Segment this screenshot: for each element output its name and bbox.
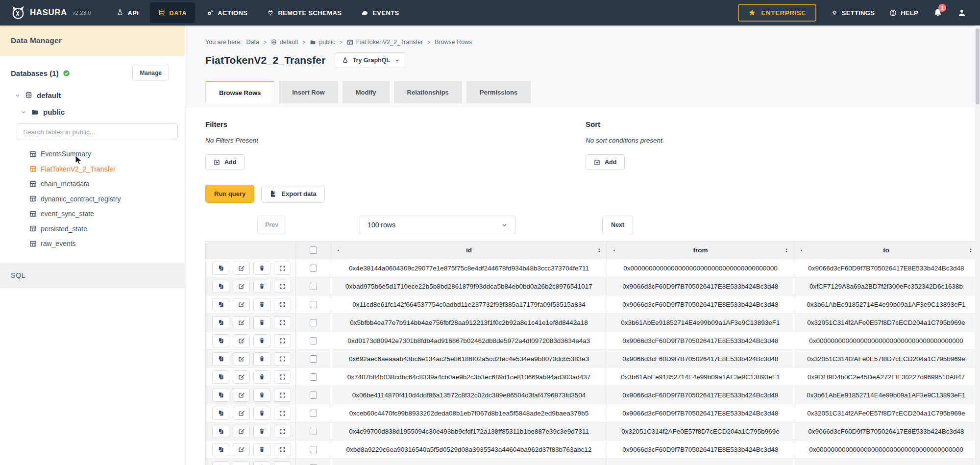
row-checkbox[interactable]: [310, 446, 317, 453]
tab-insert-row[interactable]: Insert Row: [279, 81, 338, 103]
select-all-checkbox[interactable]: [310, 246, 317, 254]
chevron-down-icon[interactable]: [15, 93, 21, 98]
prev-page-button[interactable]: Prev: [257, 216, 286, 234]
chevron-down-icon[interactable]: [21, 109, 26, 115]
sidebar-table-eventssummary[interactable]: EventsSummary: [29, 147, 185, 162]
tree-item-default-database[interactable]: default: [0, 91, 185, 99]
delete-row-button[interactable]: [253, 298, 270, 311]
clone-row-button[interactable]: [212, 352, 229, 366]
settings-button[interactable]: SETTINGS: [831, 9, 875, 17]
expand-row-button[interactable]: [274, 461, 291, 465]
delete-row-button[interactable]: [253, 334, 270, 347]
breadcrumb-default[interactable]: default: [271, 39, 298, 46]
clone-row-button[interactable]: [212, 316, 229, 329]
expand-row-button[interactable]: [274, 280, 291, 293]
sidebar-table-chain-metadata[interactable]: chain_metadata: [29, 176, 185, 192]
help-button[interactable]: HELP: [889, 9, 918, 17]
breadcrumb-table[interactable]: FiatTokenV2_2_Transfer: [347, 39, 423, 46]
nav-item-actions[interactable]: ACTIONS: [198, 2, 256, 23]
nav-item-api[interactable]: API: [108, 2, 147, 23]
tab-browse-rows[interactable]: Browse Rows: [205, 81, 274, 103]
nav-item-data[interactable]: DATA: [150, 2, 195, 23]
add-sort-button[interactable]: Add: [586, 154, 625, 170]
expand-row-button[interactable]: [274, 389, 291, 402]
expand-row-button[interactable]: [274, 262, 291, 275]
edit-row-button[interactable]: [233, 298, 250, 311]
notifications-button[interactable]: 1: [933, 8, 943, 18]
delete-row-button[interactable]: [253, 425, 270, 438]
sidebar-sql-section[interactable]: SQL: [0, 263, 185, 288]
expand-row-button[interactable]: [274, 407, 291, 420]
breadcrumb-data[interactable]: Data: [246, 39, 259, 46]
sort-icon[interactable]: [784, 247, 789, 254]
clone-row-button[interactable]: [212, 370, 229, 384]
rows-per-page-select[interactable]: 100 rows: [360, 216, 515, 234]
delete-row-button[interactable]: [253, 316, 270, 329]
brand[interactable]: HASURA v2.23.0: [0, 5, 98, 20]
edit-row-button[interactable]: [233, 334, 250, 347]
sort-icon[interactable]: [968, 247, 974, 254]
manage-button[interactable]: Manage: [132, 66, 169, 80]
row-checkbox[interactable]: [310, 355, 317, 363]
column-header-from[interactable]: from: [607, 242, 794, 259]
table-search-input[interactable]: [17, 123, 178, 140]
row-checkbox[interactable]: [310, 319, 317, 326]
edit-row-button[interactable]: [233, 461, 250, 465]
row-checkbox[interactable]: [310, 410, 317, 417]
clone-row-button[interactable]: [212, 443, 229, 456]
delete-row-button[interactable]: [253, 461, 270, 465]
edit-row-button[interactable]: [233, 262, 250, 275]
export-data-button[interactable]: Export data: [261, 185, 325, 203]
delete-row-button[interactable]: [253, 443, 270, 456]
run-query-button[interactable]: Run query: [205, 185, 254, 203]
column-header-id[interactable]: id: [331, 242, 607, 259]
expand-row-button[interactable]: [274, 370, 291, 384]
clone-row-button[interactable]: [212, 425, 229, 438]
delete-row-button[interactable]: [253, 262, 270, 275]
edit-row-button[interactable]: [233, 280, 250, 293]
tab-permissions[interactable]: Permissions: [466, 81, 531, 103]
row-checkbox[interactable]: [310, 265, 317, 272]
nav-item-remote-schemas[interactable]: REMOTE SCHEMAS: [259, 2, 350, 23]
sidebar-table-fiattokenv2-2-transfer[interactable]: FiatTokenV2_2_Transfer: [29, 162, 185, 177]
add-filter-button[interactable]: Add: [205, 154, 245, 170]
next-page-button[interactable]: Next: [602, 216, 633, 234]
scrollbar-thumb[interactable]: [976, 28, 980, 104]
row-checkbox[interactable]: [310, 392, 317, 399]
row-checkbox[interactable]: [310, 283, 317, 290]
clone-row-button[interactable]: [212, 334, 229, 347]
edit-row-button[interactable]: [233, 425, 250, 438]
edit-row-button[interactable]: [233, 389, 250, 402]
clone-row-button[interactable]: [212, 298, 229, 311]
expand-row-button[interactable]: [274, 425, 291, 438]
edit-row-button[interactable]: [233, 407, 250, 420]
clone-row-button[interactable]: [212, 407, 229, 420]
tab-relationships[interactable]: Relationships: [394, 81, 462, 103]
enterprise-button[interactable]: ENTERPRISE: [738, 4, 816, 22]
clone-row-button[interactable]: [212, 389, 229, 402]
delete-row-button[interactable]: [253, 407, 270, 420]
delete-row-button[interactable]: [253, 280, 270, 293]
edit-row-button[interactable]: [233, 443, 250, 456]
nav-item-events[interactable]: EVENTS: [353, 2, 407, 23]
delete-row-button[interactable]: [253, 389, 270, 402]
clone-row-button[interactable]: [212, 461, 229, 465]
delete-row-button[interactable]: [253, 352, 270, 366]
clone-row-button[interactable]: [212, 280, 229, 293]
row-checkbox[interactable]: [310, 301, 317, 308]
row-checkbox[interactable]: [310, 373, 317, 381]
breadcrumb-public[interactable]: public: [310, 39, 335, 46]
sidebar-table-event-sync-state[interactable]: event_sync_state: [29, 206, 185, 221]
expand-row-button[interactable]: [274, 334, 291, 347]
delete-row-button[interactable]: [253, 370, 270, 384]
sidebar-table-persisted-state[interactable]: persisted_state: [29, 221, 185, 237]
sort-icon[interactable]: [596, 247, 602, 254]
edit-row-button[interactable]: [233, 352, 250, 366]
edit-row-button[interactable]: [233, 316, 250, 329]
tree-item-public-schema[interactable]: public: [0, 108, 185, 116]
clone-row-button[interactable]: [212, 262, 229, 275]
sidebar-table-raw-events[interactable]: raw_events: [29, 236, 185, 251]
column-header-to[interactable]: to: [794, 242, 978, 259]
sidebar-table-dynamic-contract-registry[interactable]: dynamic_contract_registry: [29, 192, 185, 207]
expand-row-button[interactable]: [274, 316, 291, 329]
